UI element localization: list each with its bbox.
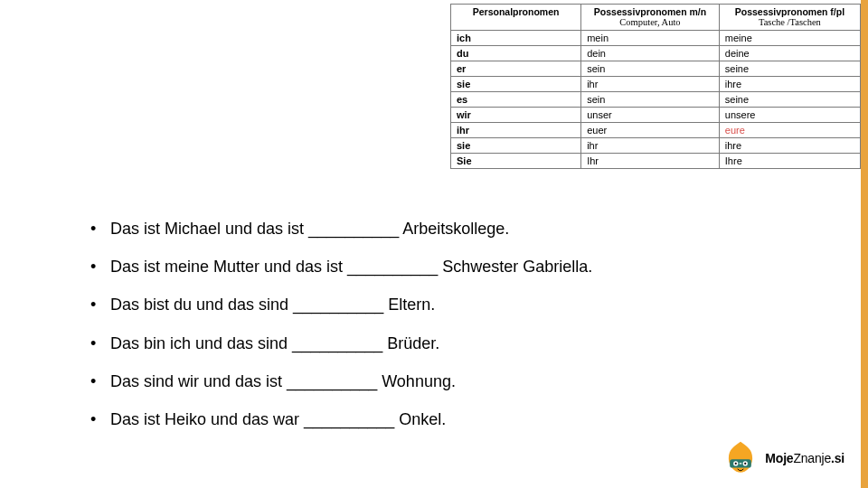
list-item: Das bist du und das sind __________ Elte…	[90, 289, 741, 320]
cell-poss-fpl: seine	[719, 92, 860, 108]
cell-personal: du	[451, 46, 581, 61]
table-row: dudeindeine	[451, 46, 861, 61]
cell-poss-fpl: meine	[719, 31, 860, 46]
cell-personal: ich	[451, 31, 581, 46]
cell-poss-fpl: unsere	[719, 108, 860, 123]
list-item: Das ist meine Mutter und das ist _______…	[90, 251, 741, 282]
cell-personal: Sie	[451, 154, 581, 169]
th-poss-fpl-sub: Tasche /Taschen	[725, 17, 854, 28]
brand-part3: .si	[831, 451, 844, 465]
table-row: sieihrihre	[451, 77, 861, 92]
table-row: ichmeinmeine	[451, 31, 861, 46]
svg-rect-5	[740, 463, 742, 464]
svg-point-3	[735, 463, 737, 465]
th-poss-mn: Possessivpronomen m/nComputer, Auto	[581, 5, 720, 31]
th-poss-mn-label: Possessivpronomen m/n	[594, 6, 706, 17]
cell-personal: es	[451, 92, 581, 108]
brand-part1: Moje	[765, 451, 793, 465]
table-row: sieihrihre	[451, 138, 861, 154]
cell-personal: er	[451, 61, 581, 77]
cell-personal: wir	[451, 108, 581, 123]
pronoun-table: Personalpronomen Possessivpronomen m/nCo…	[450, 4, 861, 169]
cell-personal: sie	[451, 138, 581, 154]
list-item: Das ist Heiko und das war __________ Onk…	[90, 404, 741, 435]
table-row: ihreuereure	[451, 123, 861, 138]
accent-stripe	[861, 0, 868, 488]
cell-poss-mn: mein	[581, 31, 720, 46]
cell-poss-mn: sein	[581, 92, 720, 108]
table-row: SieIhrIhre	[451, 154, 861, 169]
cell-poss-fpl: eure	[719, 123, 860, 138]
table-header-row: Personalpronomen Possessivpronomen m/nCo…	[451, 5, 861, 31]
table-row: erseinseine	[451, 61, 861, 77]
th-poss-fpl: Possessivpronomen f/plTasche /Taschen	[719, 5, 860, 31]
cell-poss-mn: Ihr	[581, 154, 720, 169]
cell-poss-fpl: seine	[719, 61, 860, 77]
cell-poss-mn: ihr	[581, 77, 720, 92]
table-row: esseinseine	[451, 92, 861, 108]
th-poss-fpl-label: Possessivpronomen f/pl	[735, 6, 844, 17]
brand-part2: Znanje	[793, 451, 831, 465]
cell-personal: ihr	[451, 123, 581, 138]
mascot-icon	[722, 439, 760, 477]
cell-poss-fpl: ihre	[719, 138, 860, 154]
table: Personalpronomen Possessivpronomen m/nCo…	[450, 4, 861, 169]
cell-poss-fpl: deine	[719, 46, 860, 61]
cell-poss-fpl: ihre	[719, 77, 860, 92]
th-poss-mn-sub: Computer, Auto	[587, 17, 713, 28]
cell-poss-mn: dein	[581, 46, 720, 61]
list-item: Das sind wir und das ist __________ Wohn…	[90, 366, 741, 397]
th-personal: Personalpronomen	[451, 5, 581, 31]
exercise-list: Das ist Michael und das ist __________ A…	[90, 213, 741, 442]
table-row: wirunserunsere	[451, 108, 861, 123]
cell-poss-mn: unser	[581, 108, 720, 123]
cell-personal: sie	[451, 77, 581, 92]
brand-text: MojeZnanje.si	[765, 451, 844, 465]
brand-logo: MojeZnanje.si	[722, 439, 844, 477]
list-item: Das bin ich und das sind __________ Brüd…	[90, 328, 741, 359]
cell-poss-mn: ihr	[581, 138, 720, 154]
svg-point-4	[745, 463, 747, 465]
cell-poss-mn: euer	[581, 123, 720, 138]
list-item: Das ist Michael und das ist __________ A…	[90, 213, 741, 244]
cell-poss-mn: sein	[581, 61, 720, 77]
th-personal-label: Personalpronomen	[473, 6, 560, 17]
cell-poss-fpl: Ihre	[719, 154, 860, 169]
